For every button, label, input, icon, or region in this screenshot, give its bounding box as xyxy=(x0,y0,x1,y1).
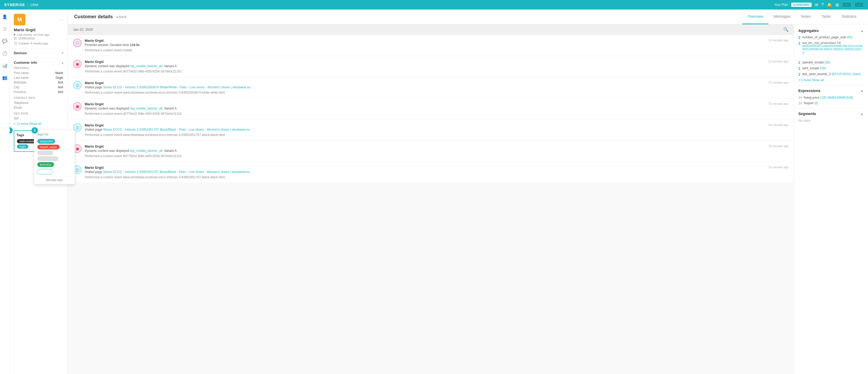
tags-popup-title: Tags list xyxy=(37,133,68,136)
main-container: M ··· Mario Grgić Last activity: an hour… xyxy=(9,9,868,374)
tab-messages[interactable]: Messages xyxy=(769,9,796,24)
segments-section: Segments ▲ No data xyxy=(798,112,864,123)
fx-icon-2: ƒx xyxy=(798,101,802,105)
devices-label: Devices xyxy=(14,51,27,55)
expressions-header: Expressions ▲ xyxy=(798,89,864,93)
feed-link-7[interactable]: Shoes ECCO - Intrinsic 3 83953351707 Bla… xyxy=(103,170,250,174)
aggregates-collapse-icon[interactable]: ▲ xyxy=(860,29,864,33)
aggregates-header: Aggregates ▲ xyxy=(798,29,864,33)
geo-section-label: GEO DATA xyxy=(14,112,63,115)
page-title: Customer details xyxy=(74,14,113,20)
feed-desc-2: Dynamic content was displayed top_mobile… xyxy=(85,64,766,68)
feed-sub-3: Performed a custom event www.efootwear.e… xyxy=(85,91,766,94)
agg-item-3: Σ opened_emails (58) xyxy=(798,61,864,65)
tags-popup-input[interactable] xyxy=(37,169,53,174)
nav-icon-chart[interactable]: 📊 xyxy=(0,61,9,69)
sigma-icon-3: Σ xyxy=(798,61,801,65)
show-all-link[interactable]: + 11 more Show all xyxy=(14,122,63,126)
city-value: N/A xyxy=(58,86,63,89)
nav-button-2[interactable]: ··· xyxy=(855,2,864,7)
tab-tasks[interactable]: Tasks xyxy=(816,9,836,24)
feed-link-6[interactable]: top_mobile_banner_all xyxy=(130,149,162,152)
sidebar-more-button[interactable]: ··· xyxy=(59,17,63,23)
feed-user-7: Mario Grgić xyxy=(85,166,766,170)
agg-name-4: sent_emails (29) xyxy=(802,66,826,70)
feed-link-3[interactable]: Shoes ECCO - Intrinsic 3 83953350874 Whi… xyxy=(103,86,250,89)
feed-item-2: ▣ Mario Grgić Dynamic content was displa… xyxy=(68,56,794,77)
firstname-value: Mario xyxy=(55,71,63,75)
popup-tag-test-reco[interactable]: test-reco xyxy=(37,162,54,167)
right-panel: Aggregates ▲ Σ number_of_product_page_vi… xyxy=(794,24,868,374)
date-label: Jan 22, 2020 xyxy=(73,28,93,32)
expressions-section: Expressions ▲ ƒx %avg price (100.3846153… xyxy=(798,89,864,105)
agg-show-all[interactable]: + 3 more Show all xyxy=(798,78,824,82)
clock-icon-small: 🕐 xyxy=(14,41,18,45)
grid-icon[interactable]: ⊞ xyxy=(835,2,839,7)
feed-user-1: Mario Grgić xyxy=(85,39,766,42)
tab-notes[interactable]: Notes xyxy=(796,9,816,24)
expressions-collapse-icon[interactable]: ▲ xyxy=(860,89,864,93)
search-icon[interactable]: 🔍 xyxy=(783,27,788,32)
expr-name-1: %avg price (100.38461538461539) xyxy=(804,96,853,99)
info-row-firstname: First name Mario xyxy=(14,71,63,75)
expressions-label: Expressions xyxy=(798,89,820,93)
nav-icon-clock[interactable]: 🕐 xyxy=(0,49,9,57)
segments-collapse-icon[interactable]: ▲ xyxy=(860,112,864,116)
lastname-label: Last name xyxy=(14,76,29,79)
info-row-birthdate: Birthdate N/A xyxy=(14,80,63,85)
contact-section-label: CONTACT INFO xyxy=(14,97,63,99)
feed-time-1: 51 minutes ago xyxy=(769,39,788,52)
nav-button-1[interactable]: ··· xyxy=(842,2,851,7)
popup-tag-import-wypis[interactable]: import_wypis xyxy=(37,145,60,149)
expr-item-2: ƒx %sport (0) xyxy=(798,101,864,105)
feed-sub-6: Performed a custom event d0779e32-9dfe-4… xyxy=(85,154,766,158)
status-dot xyxy=(14,34,16,35)
sigma-icon-2: Σ xyxy=(798,41,801,45)
tab-statistics[interactable]: Statistics xyxy=(836,9,862,24)
feed-time-3: 51 minutes ago xyxy=(769,81,788,94)
city-label: City xyxy=(14,86,19,89)
feed-link-4[interactable]: top_mobile_banner_all xyxy=(130,107,162,110)
left-sidebar: M ··· Mario Grgić Last activity: an hour… xyxy=(9,9,68,374)
nav-icon-list[interactable]: ☰ xyxy=(0,25,9,33)
birthdate-label: Birthdate xyxy=(14,81,27,84)
tab-overview[interactable]: Overview xyxy=(742,9,768,24)
feed-time-7: 52 minutes ago xyxy=(769,166,788,179)
feed-link-5[interactable]: Shoes ECCO - Intrinsic 3 83953351707 Bla… xyxy=(103,128,250,131)
devices-header[interactable]: Devices ▾ xyxy=(14,51,63,55)
customer-info-header[interactable]: Customer info ▴ xyxy=(14,61,63,65)
feed-item-1: □ Mario Grgić Finished session. Duration… xyxy=(68,35,794,56)
province-value: N/A xyxy=(58,90,63,94)
feed-content-6: Mario Grgić Dynamic content was displaye… xyxy=(85,144,766,158)
agg-item-1: Σ number_of_product_page_visit (65) xyxy=(798,35,864,40)
popup-tag-placeholder-2 xyxy=(37,156,59,161)
section-divider-1 xyxy=(798,85,864,86)
feed-user-5: Mario Grgić xyxy=(85,123,766,127)
question-icon[interactable]: ? xyxy=(822,2,824,7)
date-bar: Jan 22, 2020 🔍 xyxy=(68,24,794,35)
feed-desc-3: Visited page Shoes ECCO - Intrinsic 3 83… xyxy=(85,86,766,89)
feed-item-7: ◫ Mario Grgić Visited page Shoes ECCO - … xyxy=(68,162,794,183)
logo: SYNERISE xyxy=(4,3,25,7)
feed-content-1: Mario Grgić Finished session. Duration t… xyxy=(85,39,766,52)
nav-icon-message[interactable]: 💬 xyxy=(0,37,9,45)
feed-desc-6: Dynamic content was displayed top_mobile… xyxy=(85,149,766,152)
avatar: M xyxy=(14,14,25,25)
info-row-telephone: Telephone xyxy=(14,101,63,105)
nav-icon-people[interactable]: 👥 xyxy=(0,73,9,81)
popup-tag-webpusht[interactable]: webpusht xyxy=(37,139,55,144)
feed-item-3: ◫ Mario Grgić Visited page Shoes ECCO - … xyxy=(68,77,794,98)
agg-name-5: last_seen_brands_3 (ECCO;NOGL;Gant) xyxy=(802,72,861,76)
agg-item-4: Σ sent_emails (29) xyxy=(798,66,864,71)
nav-icon-user[interactable]: 👤 xyxy=(0,13,9,21)
back-button[interactable]: ◂ Back xyxy=(116,15,127,19)
telephone-label: Telephone xyxy=(14,101,28,105)
top-nav-left: SYNERISE | CRM xyxy=(4,3,38,7)
envelope-icon[interactable]: ✉ xyxy=(815,2,818,7)
feed-link-2[interactable]: top_mobile_banner_all xyxy=(130,64,162,68)
manage-tags-button[interactable]: Manage tags xyxy=(37,176,68,181)
tag-chip-login[interactable]: login xyxy=(17,144,28,149)
bell-icon[interactable]: 🔔 xyxy=(827,2,832,7)
customer-status: Last activity: an hour ago xyxy=(9,33,67,37)
feed-user-4: Mario Grgić xyxy=(85,102,766,106)
